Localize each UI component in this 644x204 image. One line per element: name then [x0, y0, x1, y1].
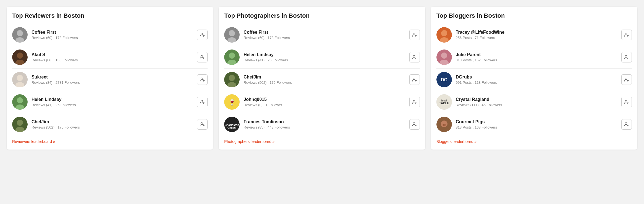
list-item: Helen LindsayReviews (41) , 26 Followers	[224, 46, 420, 69]
bloggers-user-list: Tracey @LifeFoodWine256 Posts , 71 Follo…	[436, 24, 632, 135]
user-name: Coffee First	[32, 30, 194, 35]
follow-button[interactable]	[621, 74, 632, 85]
svg-point-1	[17, 30, 23, 36]
follow-button[interactable]	[621, 30, 632, 40]
user-meta: 313 Posts , 152 Followers	[456, 58, 618, 62]
avatar	[12, 72, 28, 87]
add-user-icon	[200, 122, 205, 127]
svg-text:🍷: 🍷	[228, 98, 236, 106]
user-info: Johnq0015Reviews (0) , 1 Follower	[244, 97, 406, 107]
follow-button[interactable]	[409, 74, 420, 85]
list-item: 🍷 Johnq0015Reviews (0) , 1 Follower	[224, 91, 420, 113]
add-user-icon	[412, 77, 417, 82]
user-name: Tracey @LifeFoodWine	[456, 30, 618, 35]
user-info: Helen LindsayReviews (41) , 26 Followers	[244, 52, 406, 62]
photographers-title: Top Photographers in Boston	[224, 12, 420, 19]
user-name: Helen Lindsay	[244, 52, 406, 57]
follow-button[interactable]	[409, 119, 420, 130]
user-meta: 991 Posts , 118 Followers	[456, 80, 618, 85]
user-info: ChefJimReviews (502) , 175 Followers	[244, 75, 406, 85]
list-item: Julie Parent313 Posts , 152 Followers	[436, 46, 632, 69]
add-user-icon	[412, 100, 417, 104]
user-name: Frances Tomlinson	[244, 119, 406, 124]
user-name: Coffee First	[244, 30, 406, 35]
svg-point-13	[17, 75, 23, 81]
avatar	[12, 49, 28, 65]
user-meta: Reviews (502) , 175 Followers	[32, 125, 194, 129]
svg-point-86	[444, 125, 445, 125]
follow-button[interactable]	[197, 52, 208, 62]
user-meta: Reviews (41) , 26 Followers	[244, 58, 406, 62]
follow-button[interactable]	[621, 97, 632, 107]
reviewers-leaderboard-link[interactable]: Reviewers leaderboard »	[12, 139, 55, 144]
add-user-icon	[412, 55, 417, 60]
add-user-icon	[624, 77, 629, 82]
user-info: DGrubs991 Posts , 118 Followers	[456, 75, 618, 85]
avatar	[436, 27, 452, 43]
user-meta: Reviews (85) , 443 Followers	[244, 125, 406, 129]
avatar	[224, 72, 240, 87]
user-info: Frances TomlinsonReviews (85) , 443 Foll…	[244, 119, 406, 129]
user-info: Julie Parent313 Posts , 152 Followers	[456, 52, 618, 62]
user-name: Akul S	[32, 52, 194, 57]
user-name: DGrubs	[456, 75, 618, 80]
follow-button[interactable]	[197, 30, 208, 40]
follow-button[interactable]	[197, 119, 208, 130]
user-info: Coffee FirstReviews (60) , 178 Followers	[32, 30, 194, 40]
list-item: ChefJimReviews (502) , 175 Followers	[224, 69, 420, 91]
avatar	[12, 27, 28, 43]
reviewers-title: Top Reviewers in Boston	[12, 12, 208, 19]
add-user-icon	[624, 55, 629, 60]
follow-button[interactable]	[409, 97, 420, 107]
follow-button[interactable]	[621, 52, 632, 62]
follow-button[interactable]	[409, 52, 420, 62]
user-info: Helen LindsayReviews (41) , 26 Followers	[32, 97, 194, 107]
avatar: 🍷	[224, 94, 240, 110]
photographers-leaderboard-link[interactable]: Photographers leaderboard »	[224, 139, 274, 144]
add-user-icon	[200, 55, 205, 60]
list-item: Akul SReviews (86) , 138 Followers	[12, 46, 208, 69]
svg-point-43	[229, 75, 235, 81]
follow-button[interactable]	[409, 30, 420, 40]
follow-button[interactable]	[621, 119, 632, 130]
follow-button[interactable]	[197, 97, 208, 107]
svg-point-19	[17, 97, 23, 103]
add-user-icon	[624, 100, 629, 104]
add-user-icon	[200, 100, 205, 104]
user-info: Tracey @LifeFoodWine256 Posts , 71 Follo…	[456, 30, 618, 40]
photographers-user-list: Coffee FirstReviews (60) , 178 Followers…	[224, 24, 420, 135]
user-info: Crystal RaglandReviews (111) , 46 Follow…	[456, 97, 618, 107]
svg-text:TABLE: TABLE	[439, 101, 449, 105]
svg-point-85	[443, 125, 444, 125]
bloggers-leaderboard-link[interactable]: Bloggers leaderboard »	[436, 139, 477, 144]
column-bloggers: Top Bloggers in Boston Tracey @LifeFoodW…	[431, 7, 637, 150]
user-meta: Reviews (111) , 46 Followers	[456, 103, 618, 107]
avatar	[224, 27, 240, 43]
follow-button[interactable]	[197, 74, 208, 85]
column-photographers: Top Photographers in Boston Coffee First…	[219, 7, 425, 150]
add-user-icon	[200, 32, 205, 37]
add-user-icon	[412, 122, 417, 127]
user-name: Julie Parent	[456, 52, 618, 57]
column-reviewers: Top Reviewers in Boston Coffee FirstRevi…	[7, 7, 213, 150]
svg-point-37	[229, 53, 235, 59]
user-meta: Reviews (502) , 175 Followers	[244, 80, 406, 85]
svg-text:Chews: Chews	[227, 126, 237, 129]
avatar	[224, 49, 240, 65]
user-meta: Reviews (60) , 178 Followers	[32, 36, 194, 40]
user-name: Sukreet	[32, 75, 194, 80]
add-user-icon	[412, 32, 417, 37]
user-meta: Reviews (84) , 2781 Followers	[32, 80, 194, 85]
user-name: Helen Lindsay	[32, 97, 194, 102]
list-item: Charleston Chews Frances TomlinsonReview…	[224, 113, 420, 135]
user-meta: 256 Posts , 71 Followers	[456, 36, 618, 40]
svg-point-60	[441, 30, 447, 36]
user-name: Johnq0015	[244, 97, 406, 102]
user-meta: 813 Posts , 168 Followers	[456, 125, 618, 129]
avatar: local TABLE	[436, 94, 452, 110]
svg-point-25	[17, 120, 23, 126]
svg-point-66	[441, 53, 447, 59]
user-name: Crystal Ragland	[456, 97, 618, 102]
user-info: Coffee FirstReviews (60) , 178 Followers	[244, 30, 406, 40]
user-info: Akul SReviews (86) , 138 Followers	[32, 52, 194, 62]
